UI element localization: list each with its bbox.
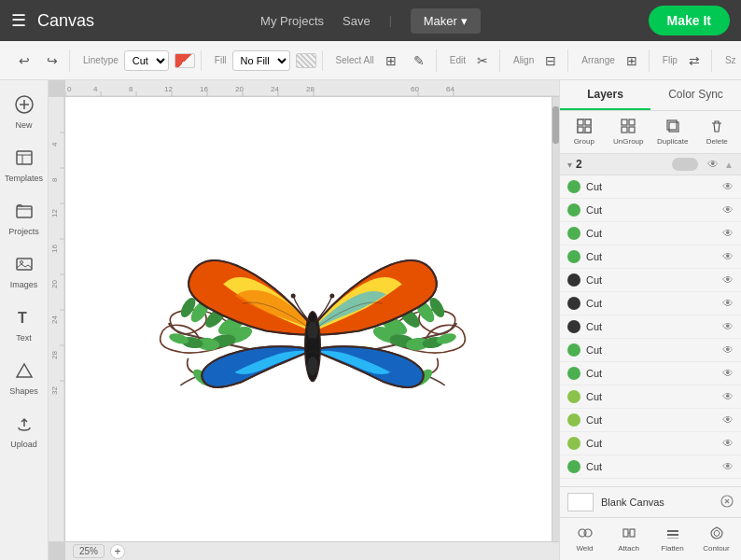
- layer-item[interactable]: Cut 👁: [560, 199, 741, 222]
- layer-eye-icon[interactable]: 👁: [722, 273, 734, 287]
- layer-item[interactable]: Cut 👁: [560, 315, 741, 339]
- svg-rect-83: [577, 119, 591, 133]
- select-all-button[interactable]: ⊞: [380, 49, 402, 72]
- layer-eye-icon[interactable]: 👁: [722, 227, 734, 240]
- canvas-white[interactable]: [65, 97, 559, 541]
- flatten-button[interactable]: Flatten: [651, 522, 693, 556]
- svg-text:4: 4: [50, 142, 59, 147]
- sidebar-item-text[interactable]: T Text: [3, 301, 46, 350]
- layer-eye-icon[interactable]: 👁: [722, 343, 734, 357]
- layer-item[interactable]: Cut 👁: [560, 339, 741, 362]
- layer-label: Cut: [586, 461, 717, 472]
- layer-item[interactable]: Cut 👁: [560, 455, 741, 479]
- layer-item[interactable]: Cut 👁: [560, 175, 741, 199]
- layer-item[interactable]: Cut 👁: [560, 432, 741, 455]
- edit-action-button[interactable]: ✂: [471, 49, 494, 72]
- layer-item[interactable]: Cut 👁: [560, 292, 741, 315]
- layer-eye-icon[interactable]: 👁: [722, 297, 734, 310]
- ungroup-button[interactable]: UnGroup: [608, 115, 650, 149]
- blank-canvas-label: Blank Canvas: [601, 497, 713, 508]
- svg-text:8: 8: [129, 85, 133, 93]
- group-collapse-icon[interactable]: ▾: [567, 160, 572, 170]
- fill-label: Fill: [215, 55, 227, 65]
- my-projects-link[interactable]: My Projects: [260, 14, 324, 28]
- sidebar-item-shapes[interactable]: Shapes: [3, 354, 46, 403]
- layers-list[interactable]: Cut 👁 Cut 👁 Cut 👁 Cut 👁 Cut 👁: [560, 175, 741, 486]
- tab-color-sync[interactable]: Color Sync: [650, 80, 741, 110]
- zoom-in-button[interactable]: +: [110, 544, 125, 559]
- blank-canvas-item[interactable]: Blank Canvas: [560, 486, 741, 517]
- layer-item[interactable]: Cut 👁: [560, 409, 741, 432]
- maker-button[interactable]: Maker ▾: [411, 8, 481, 34]
- attach-button[interactable]: Attach: [608, 522, 650, 556]
- arrange-button[interactable]: ⊞: [621, 49, 643, 72]
- sidebar-item-projects[interactable]: Projects: [3, 194, 46, 244]
- layer-item[interactable]: Cut 👁: [560, 245, 741, 269]
- nav-separator: |: [389, 14, 392, 27]
- layer-color-dot: [567, 437, 580, 450]
- layer-item[interactable]: Cut 👁: [560, 269, 741, 292]
- contour-icon: [709, 525, 724, 542]
- layer-item[interactable]: Cut 👁: [560, 362, 741, 385]
- sidebar-item-images[interactable]: Images: [3, 247, 46, 297]
- layer-eye-icon[interactable]: 👁: [722, 320, 734, 333]
- sidebar-item-projects-label: Projects: [8, 227, 39, 236]
- group-button[interactable]: Group: [564, 115, 605, 149]
- group-visibility-eye[interactable]: 👁: [707, 158, 719, 171]
- svg-text:12: 12: [50, 209, 59, 217]
- align-button[interactable]: ⊟: [539, 49, 562, 72]
- sidebar-item-new[interactable]: New: [3, 88, 46, 137]
- sidebar-item-templates[interactable]: Templates: [3, 141, 46, 190]
- layer-eye-icon[interactable]: 👁: [722, 413, 734, 427]
- layer-label: Cut: [586, 298, 717, 309]
- layer-color-dot: [567, 203, 580, 217]
- flip-button[interactable]: ⇄: [683, 49, 706, 72]
- svg-rect-80: [585, 119, 591, 125]
- toolbar-flip: Flip ⇄: [657, 49, 712, 72]
- layer-eye-icon[interactable]: 👁: [722, 367, 734, 380]
- hamburger-icon[interactable]: ☰: [11, 10, 26, 31]
- edit-button[interactable]: ✎: [408, 49, 430, 72]
- svg-rect-85: [629, 119, 635, 125]
- delete-button[interactable]: Delete: [697, 115, 738, 149]
- butterfly-artwork: [117, 179, 509, 459]
- sidebar-item-upload[interactable]: Upload: [3, 407, 46, 456]
- layer-eye-icon[interactable]: 👁: [722, 460, 734, 473]
- group-scroll-up[interactable]: ▲: [724, 160, 734, 170]
- svg-point-94: [584, 529, 592, 537]
- align-label: Align: [513, 55, 534, 65]
- layer-eye-icon[interactable]: 👁: [722, 390, 734, 403]
- fill-select[interactable]: No Fill: [232, 50, 290, 71]
- duplicate-button[interactable]: Duplicate: [652, 115, 693, 149]
- contour-button[interactable]: Contour: [695, 522, 737, 556]
- projects-icon: [15, 202, 34, 225]
- ungroup-icon: [621, 119, 636, 135]
- layer-eye-icon[interactable]: 👁: [722, 203, 734, 217]
- layer-eye-icon[interactable]: 👁: [722, 180, 734, 193]
- undo-button[interactable]: ↩: [13, 49, 35, 72]
- svg-text:24: 24: [50, 315, 59, 324]
- delete-icon: [709, 119, 724, 135]
- linetype-color-swatch[interactable]: [175, 53, 195, 68]
- attach-label: Attach: [618, 544, 639, 553]
- linetype-select[interactable]: Cut: [124, 50, 169, 71]
- layer-item[interactable]: Cut 👁: [560, 222, 741, 245]
- scrollbar-thumb[interactable]: [552, 106, 559, 144]
- layer-eye-icon[interactable]: 👁: [722, 437, 734, 450]
- tab-layers[interactable]: Layers: [560, 80, 650, 110]
- save-link[interactable]: Save: [343, 14, 370, 28]
- redo-button[interactable]: ↪: [41, 49, 63, 72]
- layer-label: Cut: [586, 414, 717, 426]
- make-it-button[interactable]: Make It: [649, 6, 730, 35]
- svg-rect-96: [630, 529, 635, 537]
- layer-color-dot: [567, 180, 580, 193]
- right-panel: Layers Color Sync Group UnGroup: [559, 80, 741, 560]
- group-toggle-switch[interactable]: [672, 158, 698, 171]
- canvas-area[interactable]: 0 4 8 12 16 20 24 28 60 64: [49, 80, 559, 560]
- layer-item[interactable]: Cut 👁: [560, 385, 741, 409]
- weld-button[interactable]: Weld: [564, 522, 606, 556]
- scrollbar-vertical[interactable]: [552, 97, 559, 541]
- layer-eye-icon[interactable]: 👁: [722, 250, 734, 263]
- fill-color-swatch[interactable]: [296, 53, 316, 68]
- images-icon: [15, 255, 34, 278]
